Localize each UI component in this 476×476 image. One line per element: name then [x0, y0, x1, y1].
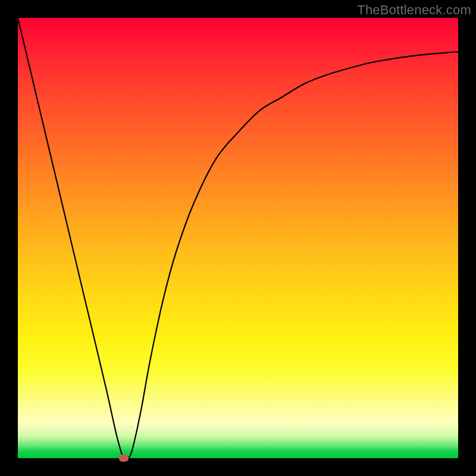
- bottleneck-curve: [18, 18, 458, 458]
- watermark-text: TheBottleneck.com: [357, 2, 471, 18]
- optimal-marker: [119, 455, 129, 462]
- chart-frame: TheBottleneck.com: [0, 0, 476, 476]
- plot-area: [18, 18, 458, 458]
- curve-svg: [18, 18, 458, 458]
